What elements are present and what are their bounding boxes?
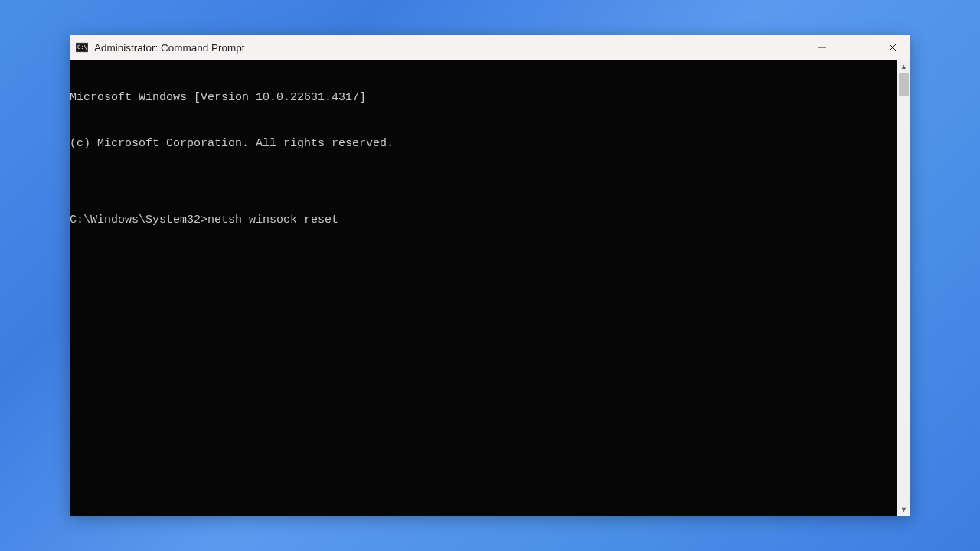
terminal-line: Microsoft Windows [Version 10.0.22631.43…	[70, 90, 897, 106]
window-title: Administrator: Command Prompt	[94, 42, 805, 54]
terminal-line: (c) Microsoft Corporation. All rights re…	[70, 136, 897, 152]
titlebar[interactable]: C:\ Administrator: Command Prompt	[70, 35, 910, 60]
cmd-icon: C:\	[76, 41, 88, 54]
minimize-button[interactable]	[805, 35, 840, 60]
close-button[interactable]	[875, 35, 910, 60]
svg-rect-3	[854, 44, 861, 51]
scrollbar-track[interactable]	[897, 73, 910, 503]
terminal-prompt-line: C:\Windows\System32>netsh winsock reset	[70, 213, 897, 228]
terminal-area: Microsoft Windows [Version 10.0.22631.43…	[70, 60, 910, 516]
terminal-output[interactable]: Microsoft Windows [Version 10.0.22631.43…	[70, 60, 897, 516]
svg-text:C:\: C:\	[77, 44, 87, 51]
window-controls	[805, 35, 910, 60]
maximize-button[interactable]	[840, 35, 875, 60]
scroll-down-arrow-icon[interactable]: ▼	[897, 503, 910, 516]
scrollbar-thumb[interactable]	[899, 73, 909, 96]
scroll-up-arrow-icon[interactable]: ▲	[897, 60, 910, 73]
vertical-scrollbar[interactable]: ▲ ▼	[897, 60, 910, 516]
command-prompt-window: C:\ Administrator: Command Prompt Micros…	[70, 35, 910, 516]
